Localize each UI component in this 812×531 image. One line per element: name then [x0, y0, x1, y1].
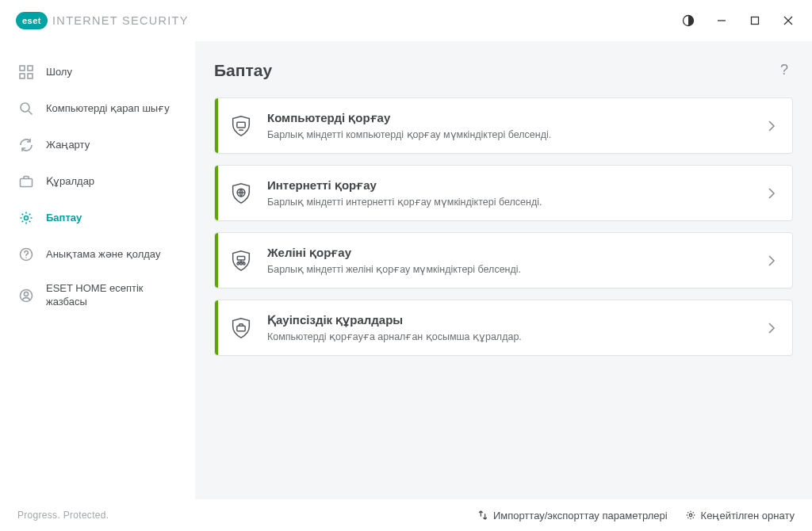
sidebar-item-setup[interactable]: Баптау	[0, 200, 195, 236]
import-export-icon	[477, 510, 488, 521]
search-icon	[17, 100, 35, 117]
card-network-protection[interactable]: Желіні қорғау Барлық міндетті желіні қор…	[214, 232, 793, 288]
sidebar-item-label: ESET HOME есептік жазбасы	[46, 282, 181, 309]
sidebar-item-label: Баптау	[46, 212, 181, 225]
titlebar: eset INTERNET SECURITY	[0, 0, 812, 41]
svg-line-10	[29, 111, 33, 115]
contrast-toggle[interactable]	[672, 7, 704, 34]
card-body: Компьютерді қорғау Барлық міндетті компь…	[267, 111, 757, 140]
overview-icon	[17, 63, 35, 81]
svg-point-22	[237, 262, 239, 265]
card-internet-protection[interactable]: Интернетті қорғау Барлық міндетті интерн…	[214, 165, 793, 221]
sidebar-item-overview[interactable]: Шолу	[0, 54, 195, 90]
advanced-setup-link[interactable]: Кеңейтілген орнату	[685, 510, 795, 521]
shield-briefcase-icon	[215, 316, 267, 340]
window-close[interactable]	[772, 7, 804, 34]
footer-actions: Импорттау/экспорттау параметрлері Кеңейт…	[477, 510, 795, 521]
import-export-label: Импорттау/экспорттау параметрлері	[493, 510, 668, 521]
close-icon	[783, 16, 793, 25]
gear-small-icon	[685, 510, 696, 521]
svg-rect-25	[237, 326, 245, 331]
card-desc: Компьютерді қорғауға арналған қосымша құ…	[267, 330, 757, 342]
advanced-setup-label: Кеңейтілген орнату	[701, 510, 795, 521]
sidebar-item-label: Компьютерді қарап шығу	[46, 102, 181, 116]
page-title: Баптау	[214, 61, 272, 80]
sidebar-item-account[interactable]: ESET HOME есептік жазбасы	[0, 273, 195, 319]
svg-point-9	[21, 103, 29, 112]
svg-rect-17	[237, 122, 245, 128]
refresh-icon	[17, 136, 35, 154]
svg-rect-7	[20, 74, 25, 78]
footer: Progress. Protected. Импорттау/экспортта…	[0, 499, 812, 531]
svg-rect-20	[237, 256, 244, 260]
body: Шолу Компьютерді қарап шығу Жаңарту	[0, 41, 812, 499]
main: Баптау ? Компьютерді қорғау Барлық мінде…	[195, 41, 812, 499]
svg-point-14	[25, 257, 27, 258]
card-desc: Барлық міндетті интернетті қорғау мүмкін…	[267, 196, 757, 208]
sidebar-item-help[interactable]: Анықтама және қолдау	[0, 236, 195, 273]
chevron-right-icon	[757, 254, 776, 268]
chevron-right-icon	[757, 119, 776, 133]
card-title: Қауіпсіздік құралдары	[267, 313, 757, 327]
card-desc: Барлық міндетті компьютерді қорғау мүмкі…	[267, 128, 757, 140]
maximize-icon	[750, 16, 760, 25]
brand-logo: eset	[16, 12, 48, 29]
user-icon	[17, 287, 35, 304]
briefcase-icon	[17, 173, 35, 190]
sidebar-item-update[interactable]: Жаңарту	[0, 127, 195, 163]
contrast-icon	[682, 14, 695, 27]
card-computer-protection[interactable]: Компьютерді қорғау Барлық міндетті компь…	[214, 97, 793, 154]
window-maximize[interactable]	[739, 7, 771, 34]
svg-rect-2	[752, 17, 759, 25]
card-desc: Барлық міндетті желіні қорғау мүмкіндікт…	[267, 263, 757, 275]
card-security-tools[interactable]: Қауіпсіздік құралдары Компьютерді қорғау…	[214, 300, 793, 356]
card-title: Интернетті қорғау	[267, 178, 757, 193]
main-header: Баптау ?	[214, 59, 793, 82]
svg-point-12	[25, 216, 29, 220]
shield-network-icon	[215, 249, 267, 273]
product-name: INTERNET SECURITY	[52, 14, 189, 27]
svg-point-16	[24, 292, 28, 296]
window-controls	[672, 7, 804, 34]
footer-tagline: Progress. Protected.	[17, 510, 109, 521]
sidebar-item-tools[interactable]: Құралдар	[0, 163, 195, 200]
card-title: Компьютерді қорғау	[267, 111, 757, 125]
card-body: Қауіпсіздік құралдары Компьютерді қорғау…	[267, 313, 757, 342]
import-export-link[interactable]: Импорттау/экспорттау параметрлері	[477, 510, 668, 521]
card-title: Желіні қорғау	[267, 246, 757, 260]
svg-rect-11	[21, 179, 33, 187]
help-button[interactable]: ?	[776, 59, 793, 82]
card-body: Желіні қорғау Барлық міндетті желіні қор…	[267, 246, 757, 275]
help-icon	[17, 246, 35, 263]
setup-cards: Компьютерді қорғау Барлық міндетті компь…	[214, 97, 793, 356]
sidebar-item-label: Құралдар	[46, 175, 181, 189]
gear-icon	[17, 209, 35, 227]
chevron-right-icon	[757, 186, 776, 201]
svg-rect-6	[28, 66, 33, 71]
sidebar: Шолу Компьютерді қарап шығу Жаңарту	[0, 41, 195, 499]
shield-monitor-icon	[215, 114, 267, 138]
brand: eset INTERNET SECURITY	[16, 12, 189, 29]
window-minimize[interactable]	[706, 7, 737, 34]
sidebar-item-scan[interactable]: Компьютерді қарап шығу	[0, 90, 195, 127]
svg-point-24	[243, 262, 245, 265]
shield-globe-icon	[215, 181, 267, 205]
svg-point-23	[240, 262, 243, 265]
question-icon: ?	[780, 62, 788, 78]
svg-rect-5	[20, 66, 25, 71]
sidebar-item-label: Шолу	[46, 66, 181, 79]
sidebar-item-label: Анықтама және қолдау	[46, 248, 181, 262]
svg-rect-8	[28, 74, 33, 78]
svg-point-26	[689, 514, 692, 517]
card-body: Интернетті қорғау Барлық міндетті интерн…	[267, 178, 757, 208]
minimize-icon	[717, 16, 726, 25]
sidebar-item-label: Жаңарту	[46, 139, 181, 152]
chevron-right-icon	[757, 321, 776, 335]
